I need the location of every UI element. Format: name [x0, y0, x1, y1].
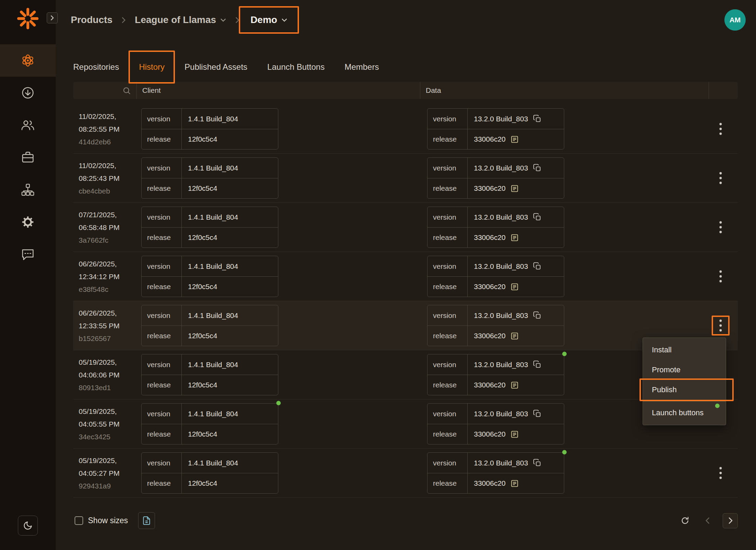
breadcrumb-products[interactable]: Products	[71, 14, 112, 25]
row-menu-button-active[interactable]	[714, 316, 727, 335]
briefcase-icon	[21, 150, 35, 165]
copy-icon[interactable]	[533, 114, 542, 123]
version-label: version	[427, 453, 468, 473]
refresh-icon	[680, 516, 690, 525]
menu-item-launch-buttons-label: Launch buttons	[652, 408, 703, 417]
menu-item-launch-buttons[interactable]: Launch buttons	[643, 403, 726, 423]
release-notes-icon[interactable]	[510, 381, 519, 389]
release-notes-icon[interactable]	[510, 479, 519, 488]
data-version-value: 13.2.0 Build_803	[474, 459, 528, 467]
row-time: 12:33:55 PM	[79, 319, 141, 332]
client-cell: version 1.4.1 Build_804 release 12f0c5c4	[141, 452, 278, 494]
data-version-value: 13.2.0 Build_803	[474, 311, 528, 320]
row-date: 11/02/2025,	[79, 159, 141, 172]
version-label: version	[142, 404, 182, 424]
release-label: release	[142, 178, 182, 198]
client-version-table: version 1.4.1 Build_804 release 12f0c5c4	[141, 354, 278, 395]
sidebar-item-settings[interactable]	[0, 206, 56, 238]
notification-dot	[715, 404, 720, 408]
row-menu-button[interactable]	[714, 267, 727, 286]
release-label: release	[427, 178, 468, 198]
row-hash: 929431a9	[79, 480, 141, 492]
row-hash: 414d2eb6	[79, 135, 141, 148]
sidebar-item-products[interactable]	[0, 44, 56, 77]
copy-icon[interactable]	[533, 262, 542, 271]
data-version-value: 13.2.0 Build_803	[474, 115, 528, 123]
row-menu-button[interactable]	[714, 218, 727, 237]
sidebar-item-members[interactable]	[0, 109, 56, 141]
client-version-value: 1.4.1 Build_804	[188, 213, 238, 221]
tab-published-assets[interactable]: Published Assets	[185, 62, 247, 72]
client-cell: version 1.4.1 Build_804 release 12f0c5c4	[141, 108, 278, 150]
row-time: 08:25:43 PM	[79, 172, 141, 185]
table-row: 05/19/2025, 04:05:55 PM 34ec3425 version…	[73, 399, 738, 449]
data-cell: version 13.2.0 Build_803 release 33006c2…	[427, 256, 564, 297]
row-date: 07/21/2025,	[79, 208, 141, 221]
copy-icon[interactable]	[533, 459, 542, 467]
tab-repositories[interactable]: Repositories	[73, 62, 119, 72]
column-header-actions	[709, 82, 738, 99]
row-hash: 80913ed1	[79, 381, 141, 394]
data-version-table: version 13.2.0 Build_803 release 33006c2…	[427, 354, 564, 395]
show-sizes-checkbox[interactable]	[75, 516, 83, 525]
release-notes-icon[interactable]	[510, 430, 519, 439]
next-page-button[interactable]	[723, 513, 738, 528]
copy-icon[interactable]	[533, 360, 542, 369]
release-notes-icon[interactable]	[510, 332, 519, 340]
tab-history[interactable]: History	[139, 62, 165, 72]
release-notes-icon[interactable]	[510, 184, 519, 193]
sidebar-item-downloads[interactable]	[0, 77, 56, 109]
data-version-table: version 13.2.0 Build_803 release 33006c2…	[427, 256, 564, 297]
client-version-table: version 1.4.1 Build_804 release 12f0c5c4	[141, 256, 278, 297]
downloads-icon	[21, 86, 35, 100]
copy-icon[interactable]	[533, 164, 542, 172]
row-menu-button[interactable]	[714, 119, 727, 139]
refresh-button[interactable]	[677, 513, 692, 528]
menu-item-publish[interactable]: Publish	[643, 380, 726, 400]
version-label: version	[142, 305, 182, 326]
copy-icon[interactable]	[533, 213, 542, 221]
sidebar-expand-button[interactable]	[47, 12, 58, 23]
row-hash: 34ec3425	[79, 430, 141, 443]
breadcrumb-environment-selector[interactable]: Demo	[248, 14, 289, 25]
feedback-icon	[21, 247, 35, 262]
breadcrumb-separator-icon	[121, 16, 126, 24]
release-notes-icon[interactable]	[510, 135, 519, 144]
menu-item-promote[interactable]: Promote	[643, 360, 726, 380]
tab-launch-buttons[interactable]: Launch Buttons	[267, 62, 325, 72]
row-hash: b1526567	[79, 332, 141, 345]
user-avatar[interactable]: AM	[724, 9, 746, 31]
table-search[interactable]	[73, 82, 136, 99]
previous-page-button[interactable]	[700, 513, 715, 528]
data-version-value: 13.2.0 Build_803	[474, 262, 528, 271]
sidebar-item-business[interactable]	[0, 141, 56, 174]
sizes-report-button[interactable]	[138, 512, 155, 529]
app-logo-starburst-icon[interactable]	[17, 8, 39, 30]
chevron-left-icon	[703, 516, 712, 525]
release-notes-icon[interactable]	[510, 233, 519, 242]
dark-mode-toggle[interactable]	[18, 516, 38, 536]
row-menu-button[interactable]	[714, 463, 727, 483]
column-header-client: Client	[136, 82, 420, 99]
copy-icon[interactable]	[533, 311, 542, 320]
breadcrumb-product-selector[interactable]: League of Llamas	[135, 14, 226, 25]
row-hash: 3a7662fc	[79, 234, 141, 246]
menu-item-install[interactable]: Install	[643, 340, 726, 360]
copy-icon[interactable]	[533, 409, 542, 418]
tab-history-label: History	[139, 62, 165, 72]
sidebar-item-organization[interactable]	[0, 174, 56, 206]
menu-item-promote-label: Promote	[652, 365, 680, 374]
data-release-value: 33006c20	[474, 283, 505, 291]
row-hash: e38f548c	[79, 283, 141, 296]
row-date: 05/19/2025,	[79, 405, 141, 418]
client-version-value: 1.4.1 Build_804	[188, 164, 238, 172]
sidebar-item-feedback[interactable]	[0, 238, 56, 271]
data-cell: version 13.2.0 Build_803 release 33006c2…	[427, 452, 564, 494]
release-notes-icon[interactable]	[510, 283, 519, 291]
data-version-value: 13.2.0 Build_803	[474, 213, 528, 221]
row-menu-button[interactable]	[714, 168, 727, 188]
tab-members[interactable]: Members	[345, 62, 379, 72]
data-release-value: 33006c20	[474, 233, 505, 242]
row-date: 06/26/2025,	[79, 257, 141, 270]
timestamp-cell: 06/26/2025, 12:34:12 PM e38f548c	[73, 257, 141, 296]
